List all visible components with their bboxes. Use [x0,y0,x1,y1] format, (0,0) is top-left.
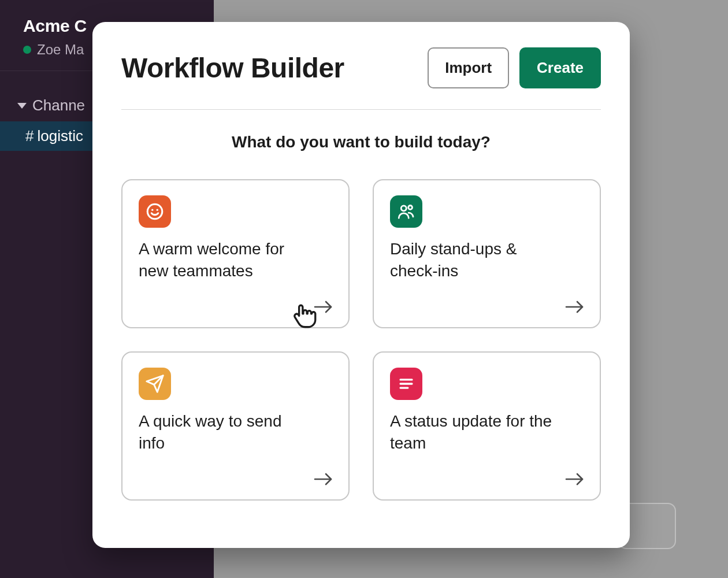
modal-divider [121,109,601,110]
caret-down-icon [17,103,27,109]
modal-title: Workflow Builder [121,52,344,84]
modal-header: Workflow Builder Import Create [121,47,601,88]
template-card-standups[interactable]: Daily stand-ups & check-ins [373,179,601,328]
template-card-title: A quick way to send info [139,410,312,454]
arrow-right-icon [314,472,333,487]
channels-label: Channe [32,97,85,114]
svg-point-0 [147,204,162,219]
import-button[interactable]: Import [428,47,509,88]
template-card-send-info[interactable]: A quick way to send info [121,351,350,501]
arrow-right-icon [565,472,585,487]
modal-actions: Import Create [428,47,601,88]
svg-point-4 [401,206,406,211]
template-card-title: A warm welcome for new teammates [139,238,312,282]
modal-prompt: What do you want to build today? [121,133,601,151]
arrow-right-icon [565,299,585,314]
svg-point-5 [408,206,413,210]
arrow-right-icon [314,299,333,314]
create-button[interactable]: Create [519,47,601,88]
channel-name: logistic [37,127,83,144]
current-user-name[interactable]: Zoe Ma [37,42,84,58]
svg-point-1 [151,209,153,210]
template-card-welcome[interactable]: A warm welcome for new teammates [121,179,350,328]
people-icon [390,195,422,228]
hash-icon: # [25,127,34,144]
presence-indicator-icon [23,46,31,54]
smile-icon [139,195,171,228]
lines-icon [390,368,422,400]
template-card-status-update[interactable]: A status update for the team [373,351,601,501]
svg-point-2 [157,209,158,210]
template-card-title: Daily stand-ups & check-ins [390,238,563,282]
paper-plane-icon [139,368,171,400]
template-card-title: A status update for the team [390,410,563,454]
workflow-builder-modal: Workflow Builder Import Create What do y… [92,22,630,548]
template-card-grid: A warm welcome for new teammates Daily s… [121,179,601,501]
